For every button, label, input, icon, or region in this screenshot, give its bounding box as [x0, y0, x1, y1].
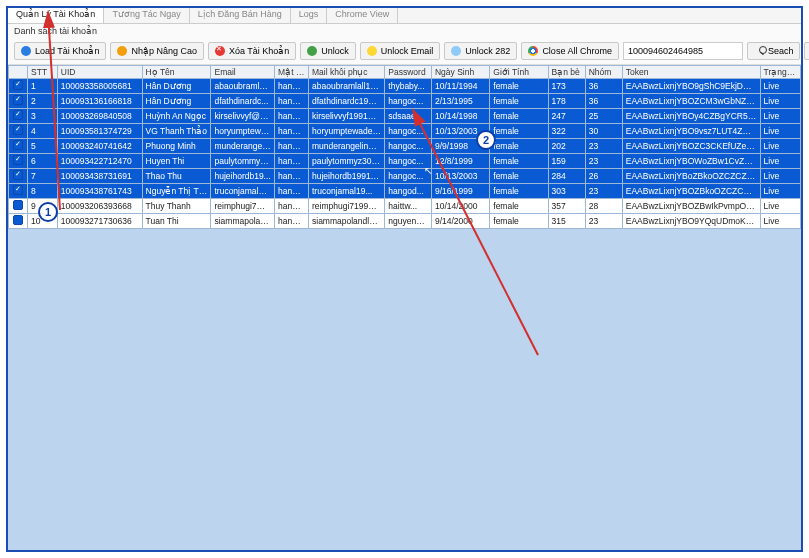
table-row[interactable]: 1100093358005681Hân Dươngabaoubramlall..…: [9, 79, 801, 94]
cell-stt: 2: [28, 94, 58, 109]
cell-email: dfathdinardc...: [211, 94, 275, 109]
cell-gt: female: [490, 154, 548, 169]
cell-uid: 100093422712470: [57, 154, 142, 169]
cell-email: horyumptewai...: [211, 124, 275, 139]
cell-gt: female: [490, 109, 548, 124]
column-header[interactable]: Trạng Thái: [760, 66, 800, 79]
table-row[interactable]: 9100093206393668Thuy Thanhreimphugi7@h..…: [9, 199, 801, 214]
table-header-row: STTUIDHọ TênEmailMật k...Mail khôi phụcP…: [9, 66, 801, 79]
table-row[interactable]: 2100093136166818Hân Dươngdfathdinardc...…: [9, 94, 801, 109]
unlock-282-button[interactable]: Unlock 282: [444, 42, 517, 60]
column-header[interactable]: Nhóm: [585, 66, 622, 79]
cell-uid: 100093269840508: [57, 109, 142, 124]
table-row[interactable]: 5100093240741642Phuong Minhmunderangeli.…: [9, 139, 801, 154]
column-header[interactable]: Ngày Sinh: [431, 66, 489, 79]
row-checkbox[interactable]: [9, 214, 28, 229]
close-all-chrome-button[interactable]: Close All Chrome: [521, 42, 619, 60]
cell-pw: thybaby...: [385, 79, 432, 94]
row-checkbox[interactable]: [9, 169, 28, 184]
load-accounts-button[interactable]: Load Tài Khoản: [14, 42, 106, 60]
cell-hoten: Hân Dương: [142, 94, 211, 109]
cell-bb: 303: [548, 184, 585, 199]
cell-ns: 2/13/1995: [431, 94, 489, 109]
table-row[interactable]: 7100093438731691Thao Thuhujeihordb19...h…: [9, 169, 801, 184]
cell-nhom: 30: [585, 124, 622, 139]
table-row[interactable]: 6100093422712470Huyen Thipaulytommyz30..…: [9, 154, 801, 169]
cell-nhom: 23: [585, 154, 622, 169]
table-row[interactable]: 3100093269840508Huỳnh An Ngọckirselivvyf…: [9, 109, 801, 124]
row-checkbox[interactable]: [9, 94, 28, 109]
cell-stt: 9: [28, 199, 58, 214]
cell-pw: hangoc...: [385, 94, 432, 109]
column-header[interactable]: Giới Tính: [490, 66, 548, 79]
column-header[interactable]: Mail khôi phục: [309, 66, 385, 79]
tab-0[interactable]: Quản Lý Tài Khoản: [8, 8, 104, 23]
search-button[interactable]: Seach: [747, 42, 801, 60]
cell-token: EAABwzLixnjYBO9YQqUDmoKxjK4...: [622, 214, 760, 229]
cell-hoten: VG Thanh Thảo: [142, 124, 211, 139]
tab-1[interactable]: Tương Tác Ngay: [104, 8, 189, 23]
column-header[interactable]: [9, 66, 28, 79]
cell-mailkp: siammapolandl199...: [309, 214, 385, 229]
tab-3[interactable]: Logs: [291, 8, 328, 23]
table-row[interactable]: 8100093438761743Nguyễn Thị Thảotruconjam…: [9, 184, 801, 199]
row-checkbox[interactable]: [9, 124, 28, 139]
table-row[interactable]: 10100093271730636Tuan Thisiammapolandl..…: [9, 214, 801, 229]
row-checkbox[interactable]: [9, 139, 28, 154]
cell-hoten: Thao Thu: [142, 169, 211, 184]
cell-email: hujeihordb19...: [211, 169, 275, 184]
cell-token: EAABwzLixnjYBOy4CZBgYCR5VPh...: [622, 109, 760, 124]
cell-email: reimphugi7@h...: [211, 199, 275, 214]
advanced-search-button[interactable]: Tìm kiếm nâng cao: [804, 42, 809, 60]
cell-stt: 10: [28, 214, 58, 229]
cell-gt: female: [490, 139, 548, 154]
cell-nhom: 23: [585, 139, 622, 154]
cell-tt: Live: [760, 79, 800, 94]
subtitle: Danh sách tài khoản: [8, 24, 801, 38]
cell-bb: 322: [548, 124, 585, 139]
table-container[interactable]: STTUIDHọ TênEmailMật k...Mail khôi phụcP…: [8, 65, 801, 550]
cell-mailkp: dfathdinardc1991...: [309, 94, 385, 109]
cell-stt: 7: [28, 169, 58, 184]
cell-pw: sdsaae...: [385, 109, 432, 124]
cell-nhom: 25: [585, 109, 622, 124]
cell-tt: Live: [760, 214, 800, 229]
cell-ns: 10/13/2003: [431, 124, 489, 139]
row-checkbox[interactable]: [9, 199, 28, 214]
column-header[interactable]: Họ Tên: [142, 66, 211, 79]
cell-mk: han@g...: [275, 79, 309, 94]
cell-bb: 173: [548, 79, 585, 94]
column-header[interactable]: Password: [385, 66, 432, 79]
cell-hoten: Nguyễn Thị Thảo: [142, 184, 211, 199]
row-checkbox[interactable]: [9, 184, 28, 199]
import-advanced-button[interactable]: Nhập Nâng Cao: [110, 42, 204, 60]
cell-mailkp: paulytommyz30919...: [309, 154, 385, 169]
search-input[interactable]: [623, 42, 743, 60]
column-header[interactable]: Token: [622, 66, 760, 79]
unlock-button[interactable]: Unlock: [300, 42, 356, 60]
cell-gt: female: [490, 169, 548, 184]
column-header[interactable]: STT: [28, 66, 58, 79]
cell-tt: Live: [760, 139, 800, 154]
row-checkbox[interactable]: [9, 109, 28, 124]
cell-token: EAABwzLixnjYBOZCM3wGbNZC8k...: [622, 94, 760, 109]
cell-uid: 100093581374729: [57, 124, 142, 139]
table-row[interactable]: 4100093581374729VG Thanh Thảohoryumptewa…: [9, 124, 801, 139]
cell-hoten: Huyen Thi: [142, 154, 211, 169]
cell-token: EAABwzLixnjYBOWoZBw1CvZ2pQv4...: [622, 154, 760, 169]
column-header[interactable]: UID: [57, 66, 142, 79]
row-checkbox[interactable]: [9, 154, 28, 169]
column-header[interactable]: Bạn bè: [548, 66, 585, 79]
cell-hoten: Huỳnh An Ngọc: [142, 109, 211, 124]
column-header[interactable]: Email: [211, 66, 275, 79]
tab-4[interactable]: Chrome View: [327, 8, 398, 23]
cell-token: EAABwzLixnjYBoZBkoOZCZCZC40...: [622, 169, 760, 184]
cell-mk: han@g...: [275, 214, 309, 229]
row-checkbox[interactable]: [9, 79, 28, 94]
cell-hoten: Phuong Minh: [142, 139, 211, 154]
cell-token: EAABwzLixnjYBOZC3CKEfUZeZALJz...: [622, 139, 760, 154]
column-header[interactable]: Mật k...: [275, 66, 309, 79]
delete-account-button[interactable]: Xóa Tài Khoản: [208, 42, 296, 60]
tab-2[interactable]: Lịch Đăng Bán Hàng: [190, 8, 291, 23]
unlock-email-button[interactable]: Unlock Email: [360, 42, 441, 60]
